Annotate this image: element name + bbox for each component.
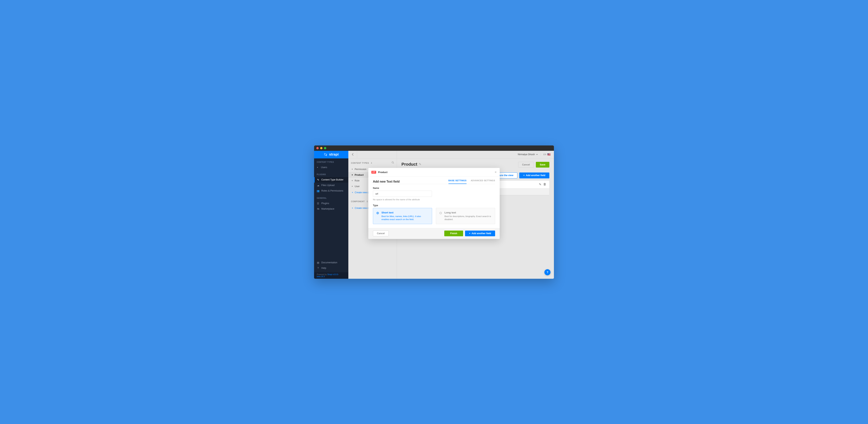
type-short-title: Short text	[381, 211, 429, 214]
tab-base-settings[interactable]: BASE SETTINGS	[448, 179, 467, 184]
type-label: Type	[373, 204, 495, 207]
type-options: Short text Best for titles, names, links…	[373, 208, 495, 224]
modal-cancel-button[interactable]: Cancel	[373, 231, 389, 236]
type-long-desc: Best for descriptions, biography. Exact …	[444, 215, 492, 221]
modal-finish-button[interactable]: Finish	[444, 231, 463, 236]
type-option-short-text[interactable]: Short text Best for titles, names, links…	[373, 208, 432, 224]
name-hint: No space is allowed for the name of the …	[373, 199, 495, 201]
type-long-title: Long text	[444, 211, 492, 214]
modal-add-another-button[interactable]: + Add another field	[465, 231, 495, 236]
name-input[interactable]	[373, 190, 432, 197]
traffic-light-zoom[interactable]	[324, 147, 326, 149]
name-label: Name	[373, 187, 495, 189]
modal-header: CT Product ×	[368, 168, 500, 177]
ct-badge: CT	[371, 171, 376, 174]
plus-icon: +	[469, 232, 470, 235]
modal-backdrop: CT Product × Add new Text field BASE SET…	[314, 151, 554, 279]
modal-add-another-label: Add another field	[471, 232, 491, 235]
traffic-light-close[interactable]	[316, 147, 319, 149]
window-titlebar	[314, 146, 554, 151]
modal-close-icon[interactable]: ×	[495, 170, 497, 174]
modal-body: Name No space is allowed for the name of…	[368, 184, 500, 228]
traffic-light-minimize[interactable]	[320, 147, 322, 149]
radio-icon	[376, 212, 379, 214]
modal-title-row: Add new Text field BASE SETTINGS ADVANCE…	[368, 177, 500, 184]
radio-icon	[439, 212, 442, 214]
modal-title: Add new Text field	[373, 180, 400, 183]
modal-breadcrumb: Product	[378, 171, 388, 174]
add-field-modal: CT Product × Add new Text field BASE SET…	[368, 168, 500, 239]
type-option-long-text[interactable]: Long text Best for descriptions, biograp…	[436, 208, 495, 224]
tab-advanced-settings[interactable]: ADVANCED SETTINGS	[471, 179, 495, 184]
modal-footer: Cancel Finish + Add another field	[368, 228, 500, 239]
modal-tabs: BASE SETTINGS ADVANCED SETTINGS	[448, 179, 495, 184]
type-short-desc: Best for titles, names, links (URL). It …	[381, 215, 429, 221]
app-window: strapi CONTENT TYPES Users PLUGINS ✎ Con…	[314, 146, 554, 279]
